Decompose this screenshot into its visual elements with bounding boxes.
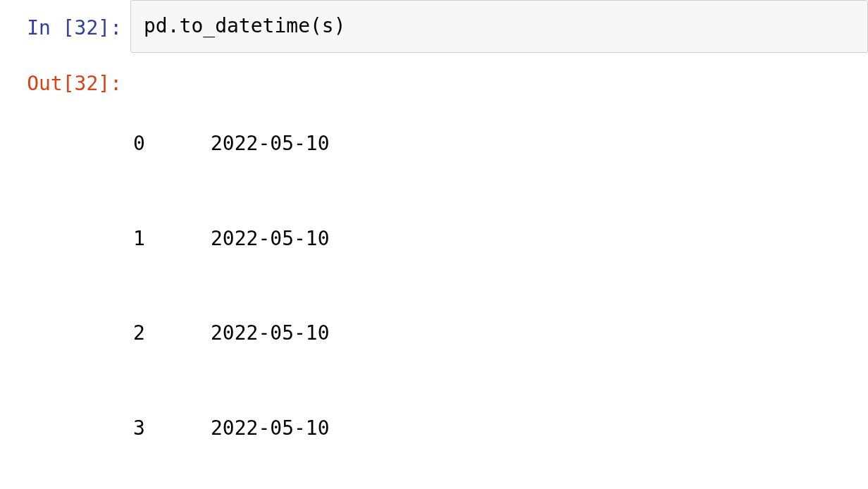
output-prompt: Out[32]: — [0, 56, 130, 100]
input-cell: In [32]: pd.to_datetime(s) — [0, 0, 868, 53]
output-index: 2 — [133, 318, 211, 349]
output-row: 32022-05-10 — [133, 413, 855, 445]
output-index: 0 — [133, 128, 211, 160]
output-value: 2022-05-10 — [211, 223, 330, 255]
output-value: 2022-05-10 — [211, 413, 330, 445]
output-row: 02022-05-10 — [133, 128, 855, 160]
output-index: 3 — [133, 413, 211, 445]
code-input[interactable]: pd.to_datetime(s) — [130, 0, 868, 53]
output-index: 1 — [133, 223, 211, 255]
output-value: 2022-05-10 — [211, 318, 330, 349]
in-prompt-label: In [32]: — [27, 16, 122, 39]
output-row: 22022-05-10 — [133, 318, 855, 349]
code-text: pd.to_datetime(s) — [144, 14, 346, 37]
out-prompt-label: Out[32]: — [27, 72, 122, 95]
output-content: 02022-05-10 12022-05-10 22022-05-10 3202… — [130, 56, 868, 489]
input-prompt: In [32]: — [0, 0, 130, 44]
output-value: 2022-05-10 — [211, 128, 330, 160]
output-row: 12022-05-10 — [133, 223, 855, 255]
output-cell: Out[32]: 02022-05-10 12022-05-10 22022-0… — [0, 56, 868, 489]
